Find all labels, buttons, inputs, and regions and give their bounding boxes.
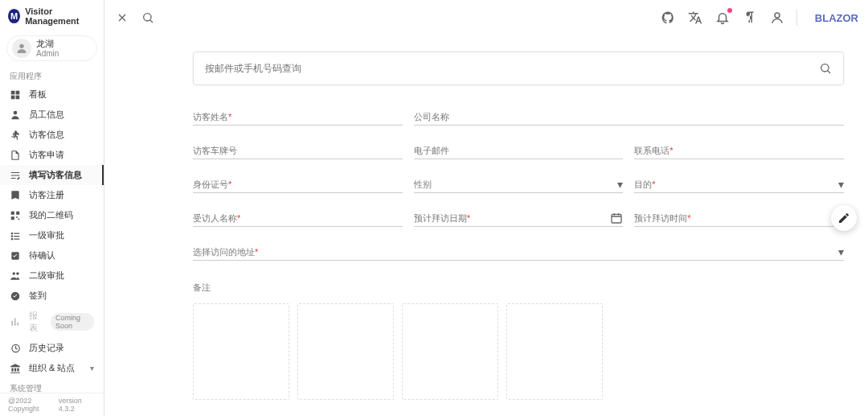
- nav-label: 一级审批: [29, 229, 64, 241]
- svg-point-0: [19, 44, 23, 48]
- nav-checkin[interactable]: 签到: [0, 286, 104, 306]
- field-purpose[interactable]: 目的*▾: [634, 177, 844, 193]
- section-apps: 应用程序: [0, 66, 104, 84]
- brand-title: Visitor Management: [25, 6, 96, 26]
- section-system: 系统管理: [0, 378, 104, 393]
- brand: M Visitor Management: [0, 0, 104, 32]
- nav-label: 报表: [29, 310, 43, 334]
- svg-point-19: [775, 13, 780, 18]
- nav-label: 历史记录: [29, 342, 64, 354]
- calendar-icon: [610, 212, 623, 224]
- svg-rect-2: [16, 90, 20, 94]
- field-visitor-name[interactable]: 访客姓名*: [193, 109, 403, 126]
- employee-icon: [10, 109, 21, 121]
- nav-visitor-register[interactable]: 访客注册: [0, 185, 104, 205]
- history-icon: [10, 343, 21, 354]
- field-visit-time[interactable]: 预计拜访时间*: [634, 211, 844, 227]
- chevron-down-icon: ▾: [617, 178, 623, 191]
- nav-first-approval[interactable]: 一级审批: [0, 225, 104, 245]
- version: version 4.3.2: [59, 397, 96, 413]
- sidebar: M Visitor Management 龙湖 Admin 应用程序 看板 员工…: [0, 0, 104, 416]
- qrcode-icon: [10, 210, 21, 221]
- nav-visitor-apply[interactable]: 访客申请: [0, 145, 104, 165]
- nav-label: 员工信息: [29, 109, 64, 121]
- nav-fill-visitor[interactable]: 填写访客信息: [0, 165, 104, 185]
- search-icon[interactable]: [140, 10, 156, 26]
- nav-label: 二级审批: [29, 270, 64, 282]
- checkin-icon: [10, 290, 21, 302]
- upload-box[interactable]: [193, 303, 289, 400]
- account-icon[interactable]: [769, 10, 785, 26]
- chevron-down-icon: ▾: [838, 245, 844, 258]
- form-grid: 访客姓名* 公司名称 访客车牌号 电子邮件 联系电话* 身份证号* 性别▾ 目的…: [193, 109, 844, 261]
- checklist-icon: [10, 230, 21, 241]
- nav-label: 填写访客信息: [29, 169, 82, 181]
- field-visit-date[interactable]: 预计拜访日期*: [414, 211, 624, 227]
- nav-label: 访客注册: [29, 189, 64, 201]
- search-submit-icon[interactable]: [819, 62, 832, 75]
- upload-grid: [193, 303, 844, 400]
- nav-second-approval[interactable]: 二级审批: [0, 266, 104, 286]
- copyright: @2022 Copyright: [8, 397, 59, 413]
- field-company[interactable]: 公司名称: [414, 109, 844, 126]
- user-role: Admin: [36, 49, 59, 59]
- svg-rect-11: [18, 218, 20, 220]
- field-interviewee[interactable]: 受访人名称*: [193, 211, 403, 227]
- field-idno[interactable]: 身份证号*: [193, 177, 403, 193]
- svg-rect-4: [16, 95, 20, 99]
- upload-box[interactable]: [297, 303, 394, 400]
- field-gender[interactable]: 性别▾: [414, 177, 624, 193]
- github-icon[interactable]: [660, 10, 676, 26]
- org-icon: [10, 363, 21, 374]
- nav-label: 组织 & 站点: [29, 362, 75, 374]
- rtl-icon[interactable]: [742, 10, 758, 26]
- svg-point-13: [13, 272, 16, 275]
- brand-right: BLAZOR: [815, 12, 858, 24]
- report-icon: [10, 316, 21, 327]
- nav-org-site[interactable]: 组织 & 站点 ▾: [0, 358, 104, 378]
- search-bar[interactable]: [193, 51, 844, 85]
- topbar: BLAZOR: [104, 0, 868, 35]
- close-icon[interactable]: [114, 10, 130, 26]
- user-pill[interactable]: 龙湖 Admin: [6, 35, 97, 61]
- svg-rect-9: [11, 216, 14, 220]
- coming-soon-badge: Coming Soon: [51, 313, 94, 331]
- nav-history[interactable]: 历史记录: [0, 338, 104, 358]
- chevron-down-icon: ▾: [838, 178, 844, 191]
- svg-point-14: [16, 272, 19, 275]
- field-email[interactable]: 电子邮件: [414, 143, 624, 159]
- search-input[interactable]: [205, 63, 819, 74]
- svg-point-20: [821, 64, 829, 72]
- field-plate[interactable]: 访客车牌号: [193, 143, 403, 159]
- approval-icon: [10, 150, 21, 161]
- nav-my-qrcode[interactable]: 我的二维码: [0, 205, 104, 225]
- nav: 应用程序 看板 员工信息 访客信息 访客申请 填写访客信息: [0, 66, 104, 393]
- bell-icon[interactable]: [714, 10, 731, 26]
- svg-rect-8: [16, 211, 19, 214]
- user-name: 龙湖: [36, 39, 59, 49]
- nav-employee[interactable]: 员工信息: [0, 105, 104, 125]
- upload-box[interactable]: [506, 303, 603, 400]
- field-phone[interactable]: 联系电话*: [634, 143, 844, 159]
- translate-icon[interactable]: [687, 10, 703, 26]
- nav-visitor-info[interactable]: 访客信息: [0, 125, 104, 145]
- avatar: [12, 39, 31, 58]
- svg-point-18: [144, 14, 151, 21]
- nav-label: 访客信息: [29, 129, 64, 141]
- svg-point-5: [14, 110, 18, 114]
- nav-report: 报表 Coming Soon: [0, 306, 104, 338]
- remark-label: 备注: [193, 282, 844, 294]
- nav-pending-confirm[interactable]: 待确认: [0, 245, 104, 266]
- approval2-icon: [10, 270, 21, 282]
- chevron-down-icon: ▾: [90, 364, 94, 373]
- pending-icon: [10, 250, 21, 262]
- edit-fab[interactable]: [831, 205, 857, 231]
- svg-rect-10: [16, 216, 18, 218]
- nav-dashboard[interactable]: 看板: [0, 84, 104, 105]
- upload-box[interactable]: [402, 303, 498, 400]
- svg-rect-7: [11, 211, 14, 214]
- content: 访客姓名* 公司名称 访客车牌号 电子邮件 联系电话* 身份证号* 性别▾ 目的…: [104, 35, 868, 416]
- nav-label: 签到: [29, 290, 47, 302]
- nav-label: 访客申请: [29, 149, 64, 161]
- field-address[interactable]: 选择访问的地址*▾: [193, 245, 844, 261]
